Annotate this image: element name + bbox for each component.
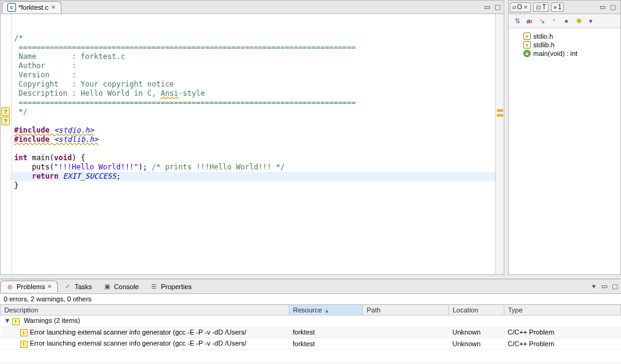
outline-toolbar: ⇅ az ↘ ˢ ● ✱ ▾ <box>509 14 620 28</box>
console-icon: ▣ <box>103 282 112 291</box>
warning-icon: ! <box>12 318 20 325</box>
group-label: Warnings (2 items) <box>24 317 80 324</box>
include-icon: # <box>523 33 531 40</box>
ide-root: c *forktest.c ✕ ▭ ▢ ? ? /* =============… <box>0 0 621 364</box>
outline-item-main[interactable]: ● main(void) : int <box>511 49 618 58</box>
hide-static-icon[interactable]: ˢ <box>549 16 559 26</box>
outline-tree[interactable]: # stdio.h # stdlib.h ● main(void) : int <box>509 28 620 274</box>
table-group-row[interactable]: ▼ ! Warnings (2 items) <box>1 316 621 327</box>
minimize-icon[interactable]: ▭ <box>598 2 607 12</box>
minimize-icon[interactable]: ▭ <box>482 2 491 12</box>
tab-label: O <box>517 4 522 10</box>
code-text: main( <box>28 153 54 162</box>
tab-tasks[interactable]: ✓ Tasks <box>58 281 97 293</box>
code-text: EXIT_SUCCESS <box>63 172 117 180</box>
code-text <box>14 172 32 180</box>
table-row[interactable]: !Error launching external scanner info g… <box>1 338 621 350</box>
tab-label: 1 <box>558 4 561 10</box>
code-text: Ansi <box>160 89 178 98</box>
tab-label: Problems <box>17 283 45 290</box>
tab-label: Console <box>114 283 139 290</box>
code-text: ========================================… <box>14 43 356 52</box>
tab-other[interactable]: » 1 <box>551 2 564 12</box>
menu-icon[interactable]: ▾ <box>586 16 596 26</box>
warning-icon: ! <box>20 341 28 348</box>
editor-tab-label: *forktest.c <box>18 4 49 11</box>
c-file-icon: c <box>7 3 16 12</box>
top-area: c *forktest.c ✕ ▭ ▢ ? ? /* =============… <box>0 0 621 275</box>
close-icon[interactable]: ✕ <box>51 4 56 10</box>
hide-fields-icon[interactable]: ↘ <box>537 16 547 26</box>
tab-console[interactable]: ▣ Console <box>98 281 144 293</box>
col-type[interactable]: Type <box>504 305 621 316</box>
problems-icon: ⊘ <box>6 282 14 291</box>
col-location[interactable]: Location <box>449 305 504 316</box>
col-label: Resource <box>293 306 322 314</box>
tab-label: » <box>553 4 557 10</box>
code-text: ) { <box>72 153 85 162</box>
col-path[interactable]: Path <box>363 305 449 316</box>
outline-item-stdio[interactable]: # stdio.h <box>511 32 618 41</box>
minimize-icon[interactable]: ▭ <box>600 282 609 291</box>
outline-item-label: stdlib.h <box>533 41 555 48</box>
col-description[interactable]: Description <box>1 305 289 316</box>
problems-table[interactable]: Description Resource▲ Path Location Type… <box>0 304 621 363</box>
overview-ruler[interactable] <box>495 14 504 274</box>
table-row[interactable]: !Error launching external scanner info g… <box>1 327 621 338</box>
function-icon: ● <box>523 50 531 57</box>
sort-alpha-icon[interactable]: az <box>525 16 534 26</box>
tab-properties[interactable]: ☰ Properties <box>144 281 197 293</box>
tab-problems[interactable]: ⊘ Problems ✕ <box>0 281 58 292</box>
col-label: Location <box>453 306 478 314</box>
maximize-icon[interactable]: ▢ <box>608 2 617 12</box>
tab-label: Properties <box>161 283 192 290</box>
editor-gutter[interactable]: ? ? <box>1 14 12 274</box>
problems-grid: Description Resource▲ Path Location Type… <box>0 304 621 350</box>
code-text: Copyright : Your copyright notice <box>14 80 174 88</box>
editor-body[interactable]: ? ? /* =================================… <box>1 14 504 274</box>
col-label: Description <box>4 306 38 314</box>
code-area[interactable]: /* =====================================… <box>12 14 495 274</box>
cell-type: C/C++ Problem <box>504 338 621 350</box>
overview-warning-mark[interactable] <box>497 114 503 117</box>
templates-icon: ▤ <box>536 4 541 10</box>
cell-description: Error launching external scanner info ge… <box>30 328 247 336</box>
code-text: ========================================… <box>14 98 356 107</box>
close-icon[interactable]: ✕ <box>523 4 528 10</box>
code-text: <stdlib.h> <box>54 135 98 144</box>
code-text: ); <box>138 163 152 171</box>
code-text: puts( <box>14 163 54 171</box>
problems-summary: 0 errors, 2 warnings, 0 others <box>0 294 621 304</box>
code-text <box>58 172 63 180</box>
tab-outline[interactable]: ⧈ O ✕ <box>510 2 531 12</box>
sort-icon[interactable]: ⇅ <box>512 16 522 26</box>
code-text: } <box>14 181 18 190</box>
editor-toolbuttons: ▭ ▢ <box>482 2 504 12</box>
warning-icon: ! <box>20 329 28 336</box>
outline-tabbar: ⧈ O ✕ ▤ T » 1 ▭ ▢ <box>509 1 620 14</box>
col-resource[interactable]: Resource▲ <box>289 305 363 316</box>
cell-resource: forktest <box>289 327 363 338</box>
warning-marker[interactable]: ? <box>1 117 10 125</box>
bottom-panel: ⊘ Problems ✕ ✓ Tasks ▣ Console ☰ Propert… <box>0 279 621 363</box>
tab-templates[interactable]: ▤ T <box>533 2 549 12</box>
maximize-icon[interactable]: ▢ <box>610 282 619 291</box>
close-icon[interactable]: ✕ <box>47 284 52 290</box>
editor-tab-forktest[interactable]: c *forktest.c ✕ <box>2 1 61 13</box>
overview-warning-mark[interactable] <box>497 109 503 112</box>
filter-icon[interactable]: ● <box>561 16 571 26</box>
maximize-icon[interactable]: ▢ <box>493 2 502 12</box>
collapse-icon[interactable]: ▼ <box>4 317 10 324</box>
view-menu-icon[interactable]: ▾ <box>589 282 598 291</box>
outline-item-label: main(void) : int <box>533 50 577 57</box>
outline-item-stdlib[interactable]: # stdlib.h <box>511 41 618 49</box>
editor-tabbar: c *forktest.c ✕ ▭ ▢ <box>1 1 504 14</box>
code-text: */ <box>14 107 28 116</box>
code-text: #include <box>14 126 54 134</box>
link-icon[interactable]: ✱ <box>574 16 584 26</box>
tab-label: T <box>542 4 546 10</box>
code-text: ; <box>116 172 120 180</box>
code-text: /* <box>14 34 23 42</box>
warning-marker[interactable]: ? <box>1 107 10 116</box>
code-text: <stdio.h> <box>54 126 94 134</box>
